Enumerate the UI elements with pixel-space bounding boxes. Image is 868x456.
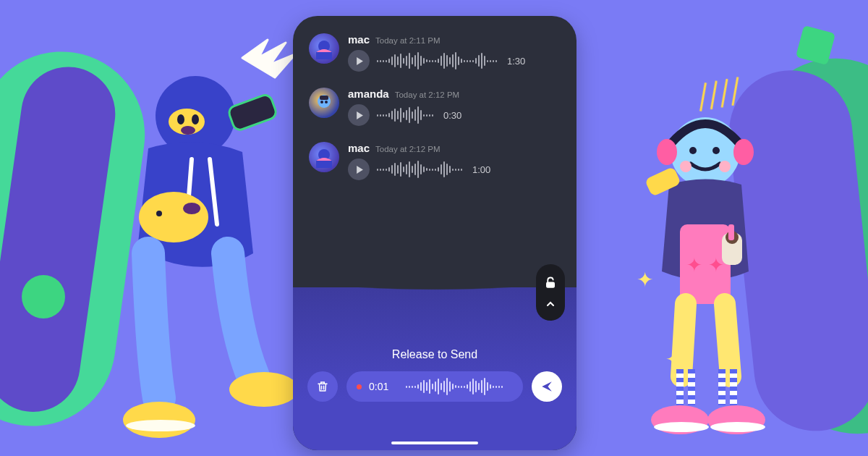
svg-point-11 <box>229 372 299 407</box>
send-button[interactable] <box>532 371 562 402</box>
recording-waveform <box>396 378 513 395</box>
play-button[interactable] <box>348 50 370 72</box>
svg-point-29 <box>710 422 765 432</box>
svg-point-18 <box>680 161 692 172</box>
username[interactable]: mac <box>348 33 370 46</box>
svg-point-4 <box>181 126 195 135</box>
trash-icon <box>316 380 329 393</box>
svg-rect-31 <box>316 52 332 59</box>
waveform[interactable] <box>377 51 497 70</box>
svg-point-15 <box>733 139 754 165</box>
waveform[interactable] <box>377 160 462 179</box>
lock-toggle[interactable] <box>536 264 565 321</box>
audio-player: 0:30 <box>348 104 561 126</box>
voice-message: amanda Today at 2:12 PM 0:30 <box>309 88 561 126</box>
avatar[interactable] <box>309 33 339 64</box>
username[interactable]: amanda <box>348 88 389 100</box>
recording-indicator-icon <box>357 384 362 389</box>
svg-point-14 <box>657 139 677 165</box>
svg-point-16 <box>689 147 697 154</box>
send-icon <box>540 380 553 393</box>
duration: 1:30 <box>507 56 525 67</box>
timestamp: Today at 2:11 PM <box>375 36 441 45</box>
svg-point-2 <box>177 114 184 124</box>
svg-text:✦ ✦: ✦ ✦ <box>686 254 723 276</box>
recorder-prompt: Release to Send <box>293 348 576 361</box>
svg-point-8 <box>183 203 200 214</box>
svg-point-35 <box>325 101 328 104</box>
timestamp: Today at 2:12 PM <box>395 90 460 99</box>
character-right-illustration: ✦ ✦ <box>629 109 781 442</box>
duration: 1:00 <box>472 164 490 175</box>
play-button[interactable] <box>348 104 370 126</box>
waveform[interactable] <box>377 106 433 124</box>
character-left-illustration <box>109 65 297 442</box>
svg-point-28 <box>654 422 709 432</box>
green-circle-decor <box>22 275 65 318</box>
timestamp: Today at 2:12 PM <box>375 145 441 153</box>
message-list: mac Today at 2:11 PM 1:30 amanda Today a… <box>293 16 576 180</box>
phone-mockup: mac Today at 2:11 PM 1:30 amanda Today a… <box>293 16 576 450</box>
delete-recording-button[interactable] <box>307 371 338 402</box>
recorder-panel: Release to Send 0:01 <box>293 287 576 450</box>
svg-point-17 <box>712 147 720 154</box>
svg-rect-25 <box>728 224 734 240</box>
voice-message: mac Today at 2:12 PM 1:00 <box>309 142 561 180</box>
unlock-icon <box>544 276 557 290</box>
svg-rect-38 <box>546 282 555 288</box>
avatar[interactable] <box>309 142 339 172</box>
panel-curve-decor <box>293 261 576 326</box>
audio-player: 1:30 <box>348 50 561 72</box>
home-indicator[interactable] <box>391 442 478 444</box>
audio-player: 1:00 <box>348 159 561 180</box>
svg-point-3 <box>192 114 199 124</box>
svg-point-7 <box>139 192 208 242</box>
duration: 0:30 <box>443 110 461 121</box>
avatar[interactable] <box>309 88 339 118</box>
svg-rect-37 <box>316 161 332 168</box>
svg-point-9 <box>156 211 162 216</box>
svg-rect-33 <box>320 96 328 100</box>
svg-point-12 <box>126 420 195 431</box>
svg-point-10 <box>123 402 195 438</box>
svg-point-34 <box>320 101 323 104</box>
svg-point-19 <box>719 161 731 172</box>
username[interactable]: mac <box>348 142 370 154</box>
voice-message: mac Today at 2:11 PM 1:30 <box>309 33 561 72</box>
recording-elapsed: 0:01 <box>369 381 388 392</box>
play-button[interactable] <box>348 159 370 180</box>
chevron-up-icon <box>546 300 555 308</box>
recording-track: 0:01 <box>346 371 523 402</box>
